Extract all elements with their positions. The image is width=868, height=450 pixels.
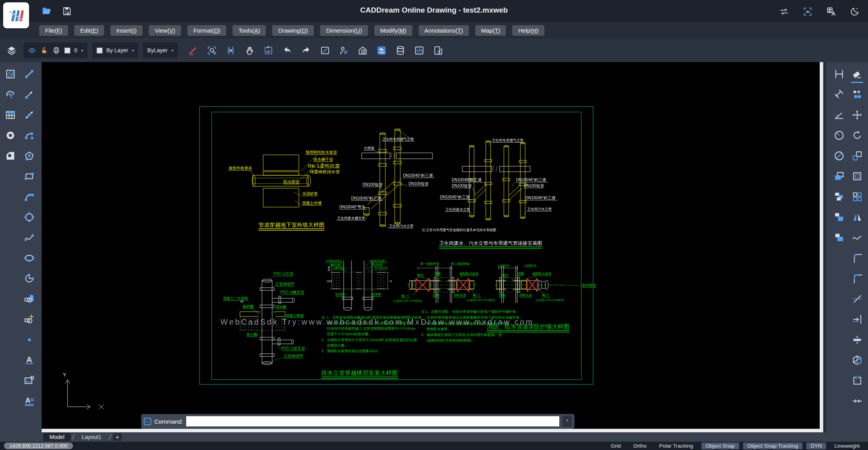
single-text-tool[interactable]: A xyxy=(22,353,36,367)
mirror-tool[interactable] xyxy=(850,210,864,224)
array-tool[interactable] xyxy=(850,189,864,204)
offset-tool[interactable] xyxy=(832,210,846,224)
offset-multiple-tool[interactable] xyxy=(832,230,846,244)
hatch-tool[interactable] xyxy=(3,67,17,81)
polyline-tool[interactable] xyxy=(22,128,36,142)
pan-button[interactable] xyxy=(242,43,257,58)
home-design-button[interactable] xyxy=(355,43,370,58)
menu-view[interactable]: View(V) xyxy=(149,25,181,36)
menu-annotations[interactable]: Annotations(T) xyxy=(419,25,469,36)
multiline-text-tool[interactable]: A xyxy=(22,394,36,408)
vertical-scrollbar[interactable] xyxy=(820,62,823,432)
view-3d-tool[interactable] xyxy=(850,353,864,367)
chevron-down-icon[interactable]: ▾ xyxy=(81,48,83,53)
elliptical-arc-tool[interactable] xyxy=(22,271,36,285)
status-object-snap[interactable]: Object Snap xyxy=(701,443,739,449)
point-tool[interactable] xyxy=(22,332,36,347)
layer-color-swatch[interactable] xyxy=(64,48,70,53)
dim-linear-tool[interactable] xyxy=(832,67,846,81)
ray-tool[interactable] xyxy=(22,87,36,101)
layers-button[interactable] xyxy=(4,43,19,58)
status-ortho[interactable]: Ortho xyxy=(629,443,651,449)
table-tool[interactable] xyxy=(3,108,17,122)
status-polar-tracking[interactable]: Polar Tracking xyxy=(655,443,697,449)
sketch-button[interactable] xyxy=(186,43,201,58)
code-editor-button[interactable] xyxy=(412,43,427,58)
night-mode-button[interactable] xyxy=(848,5,861,18)
status-lineweight[interactable]: Lineweight xyxy=(830,443,864,449)
tab-model[interactable]: Model xyxy=(43,433,71,441)
ai-recognize-button[interactable]: AI xyxy=(801,5,814,18)
layer-print-icon[interactable] xyxy=(52,46,60,55)
join-tool[interactable] xyxy=(850,394,864,408)
rectangle-tool[interactable] xyxy=(22,169,36,183)
menu-edit[interactable]: Edit(E) xyxy=(74,25,104,36)
viewport-button[interactable] xyxy=(318,43,333,58)
image-tool[interactable] xyxy=(22,373,36,388)
fillet-tool[interactable] xyxy=(850,271,864,285)
open-folder-button[interactable] xyxy=(40,5,53,17)
circle-tool[interactable] xyxy=(22,210,36,224)
menu-modify[interactable]: Modify(M) xyxy=(374,25,412,36)
menu-drawing[interactable]: Drawing(D) xyxy=(272,25,314,36)
sync-button[interactable] xyxy=(778,5,790,18)
dim-aligned-tool[interactable] xyxy=(832,87,846,101)
chevron-down-icon[interactable]: ▾ xyxy=(132,48,134,53)
menu-insert[interactable]: Insert(I) xyxy=(110,25,143,36)
dim-radius-tool[interactable] xyxy=(832,128,846,142)
save-web-button[interactable]: web xyxy=(60,5,73,17)
status-object-snap-tracking[interactable]: Object Snap Tracking xyxy=(743,443,802,449)
revision-cloud-tool[interactable] xyxy=(3,87,17,101)
rotate-tool[interactable] xyxy=(850,128,864,142)
menu-tools[interactable]: Tools(A) xyxy=(233,25,266,36)
drawing-area[interactable]: 预埋刚性防水套管排水横干管RK-1柔性抗震球墨铸铁排水管防水胶泥水泥砂浆混凝土外… xyxy=(42,62,823,432)
dim-diameter-tool[interactable] xyxy=(832,149,846,163)
menu-help[interactable]: Help(H) xyxy=(512,25,544,36)
chamfer-tool[interactable] xyxy=(850,251,864,265)
donut-tool[interactable] xyxy=(3,128,17,142)
app-logo[interactable] xyxy=(3,2,29,28)
create-block-tool[interactable] xyxy=(22,312,36,326)
stretch-tool[interactable] xyxy=(850,169,864,183)
copy-multiple-tool[interactable] xyxy=(832,189,846,204)
extend-tool[interactable] xyxy=(850,312,864,326)
add-layout-button[interactable]: + xyxy=(113,433,122,441)
status-grid[interactable]: Grid xyxy=(606,443,625,449)
edit-spline-tool[interactable] xyxy=(850,230,864,244)
erase-tool[interactable] xyxy=(850,67,864,81)
layer-lock-icon[interactable] xyxy=(40,46,48,55)
spline-tool[interactable] xyxy=(22,230,36,244)
scale-tool[interactable] xyxy=(850,149,864,163)
tab-layout1[interactable]: Layout1 xyxy=(75,433,108,441)
break-tool[interactable] xyxy=(850,373,864,388)
ellipse-tool[interactable] xyxy=(22,251,36,265)
database-button[interactable] xyxy=(393,43,408,58)
layer-visibility-icon[interactable] xyxy=(28,46,36,55)
move-tool[interactable] xyxy=(850,108,864,122)
match-properties-tool[interactable] xyxy=(850,87,864,101)
device-sync-button[interactable] xyxy=(431,43,446,58)
linetype-dropdown[interactable]: ByLayer ▾ xyxy=(143,42,178,58)
cad-cloud-button[interactable]: CAD xyxy=(374,43,389,58)
color-dropdown[interactable]: By Layer ▾ xyxy=(92,42,138,58)
construction-line-tool[interactable] xyxy=(22,108,36,122)
zoom-window-button[interactable] xyxy=(205,43,220,58)
translate-button[interactable] xyxy=(825,5,837,18)
chevron-down-icon[interactable]: ▾ xyxy=(171,48,173,53)
polygon-tool[interactable] xyxy=(22,149,36,163)
insert-block-tool[interactable] xyxy=(22,292,36,306)
redo-button[interactable] xyxy=(299,43,314,58)
lengthen-tool[interactable] xyxy=(850,332,864,347)
rotate-view-button[interactable]: 90° xyxy=(261,43,276,58)
menu-dimension[interactable]: Dimension(U) xyxy=(320,25,368,36)
menu-file[interactable]: File(F) xyxy=(39,25,68,36)
cad-drawing[interactable]: 预埋刚性防水套管排水横干管RK-1柔性抗震球墨铸铁排水管防水胶泥水泥砂浆混凝土外… xyxy=(42,62,823,432)
layer-panel[interactable]: 0 ▾ xyxy=(24,42,88,58)
dim-angular-tool[interactable] xyxy=(832,108,846,122)
status-dyn[interactable]: DYN xyxy=(806,443,826,449)
undo-button[interactable] xyxy=(280,43,295,58)
arc-tool[interactable] xyxy=(22,189,36,204)
trim-tool[interactable] xyxy=(850,292,864,306)
line-tool[interactable] xyxy=(22,67,36,81)
horizontal-scrollbar[interactable] xyxy=(42,429,820,432)
